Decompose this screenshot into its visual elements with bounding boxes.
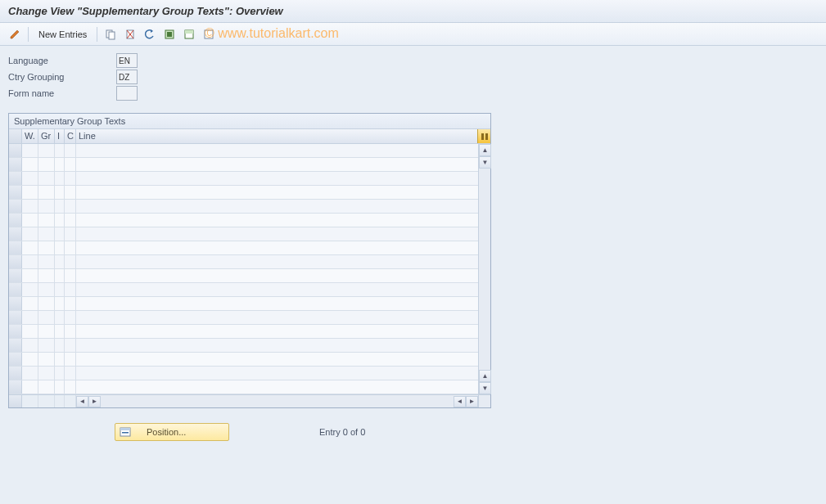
scroll-down-icon[interactable]: ▼ (479, 156, 491, 169)
table-row[interactable] (9, 227, 478, 241)
col-selector[interactable] (9, 129, 22, 143)
scroll-left-icon[interactable]: ◄ (76, 396, 88, 407)
svg-rect-1 (109, 32, 115, 39)
scroll-right-icon[interactable]: ► (88, 396, 101, 407)
toolbar-separator (28, 27, 29, 42)
table-row[interactable] (9, 200, 478, 214)
table-row[interactable] (9, 186, 478, 200)
svg-rect-7 (205, 30, 213, 38)
svg-rect-12 (122, 432, 129, 434)
col-line[interactable]: Line (76, 129, 490, 143)
table-row[interactable] (9, 214, 478, 227)
table-row[interactable] (9, 325, 478, 339)
table-row[interactable] (9, 158, 478, 172)
position-label: Position... (147, 427, 186, 437)
table-header: W. Gr I C Line (9, 129, 490, 144)
toolbar: New Entries (0, 23, 826, 46)
horizontal-scrollbar[interactable]: ◄ ► ◄ ► (76, 395, 478, 407)
table-row[interactable] (9, 144, 478, 158)
col-c[interactable]: C (65, 129, 76, 143)
ctry-grouping-label: Ctry Grouping (8, 72, 116, 82)
new-entries-button[interactable]: New Entries (34, 26, 92, 43)
form-name-field[interactable] (116, 86, 138, 101)
select-all-icon[interactable] (161, 26, 178, 43)
table-row[interactable] (9, 339, 478, 353)
svg-rect-6 (185, 30, 193, 34)
table-config-icon[interactable] (477, 129, 490, 143)
table-row[interactable] (9, 367, 478, 380)
table-row[interactable] (9, 283, 478, 297)
col-i[interactable]: I (55, 129, 65, 143)
table-row[interactable] (9, 241, 478, 255)
table-row[interactable] (9, 269, 478, 283)
delete-icon[interactable] (122, 26, 138, 43)
scroll-down-icon[interactable]: ▼ (479, 382, 491, 394)
ctry-grouping-field[interactable]: DZ (116, 70, 138, 84)
scroll-left-icon[interactable]: ◄ (454, 396, 466, 407)
table-title: Supplementary Group Texts (9, 114, 490, 129)
svg-rect-8 (481, 133, 484, 140)
toolbar-separator (97, 27, 97, 42)
col-gr[interactable]: Gr (38, 129, 55, 143)
position-icon (119, 425, 132, 439)
table-row[interactable] (9, 353, 478, 367)
col-w[interactable]: W. (22, 129, 38, 143)
horizontal-scroll-row: ◄ ► ◄ ► (9, 394, 490, 407)
scroll-up-icon[interactable]: ▲ (479, 370, 491, 382)
svg-rect-4 (167, 32, 172, 37)
position-button[interactable]: Position... (115, 423, 229, 441)
undo-icon[interactable] (142, 26, 158, 43)
svg-rect-11 (120, 428, 130, 430)
language-label: Language (8, 56, 116, 65)
deselect-all-icon[interactable] (201, 26, 217, 43)
copy-as-icon[interactable] (102, 26, 119, 43)
scroll-right-icon[interactable]: ► (466, 396, 478, 407)
select-block-icon[interactable] (181, 26, 197, 43)
header-fields: Language EN Ctry Grouping DZ Form name (8, 52, 818, 101)
table-row[interactable] (9, 297, 478, 311)
form-name-label: Form name (8, 88, 116, 98)
page-title: Change View "Supplementary Group Texts":… (0, 0, 826, 23)
table-row[interactable] (9, 255, 478, 269)
language-field[interactable]: EN (116, 53, 138, 68)
content-area: Language EN Ctry Grouping DZ Form name S… (0, 46, 826, 448)
table-body (9, 144, 478, 394)
table-row[interactable] (9, 380, 478, 394)
table-row[interactable] (9, 311, 478, 325)
footer: Position... Entry 0 of 0 (8, 423, 818, 441)
entry-counter: Entry 0 of 0 (319, 427, 365, 437)
svg-rect-9 (485, 133, 488, 140)
table-panel: Supplementary Group Texts W. Gr I C Line… (8, 113, 491, 408)
vertical-scrollbar[interactable]: ▲ ▼ ▲ ▼ (478, 144, 490, 394)
scroll-up-icon[interactable]: ▲ (479, 144, 491, 156)
table-row[interactable] (9, 172, 478, 186)
toggle-edit-icon[interactable] (7, 26, 23, 43)
